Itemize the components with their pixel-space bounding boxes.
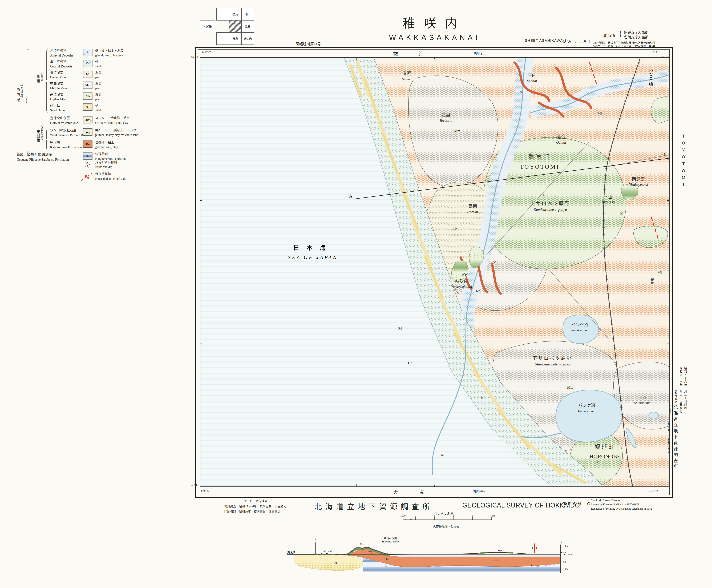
index-cell-numakawa: 沼川 (245, 13, 251, 16)
svg-text:Wp: Wp (498, 549, 502, 552)
svg-text:Hv: Hv (360, 543, 364, 546)
svg-text:0: 0 (415, 515, 416, 517)
legend-desc-mm: 泥炭peat (95, 81, 102, 90)
edge-label-north-jp: 抜海 (372, 50, 445, 57)
era-recent-jp: 現世 (36, 75, 41, 84)
sheet-number-en: SHEET ASAHIKAWA-14 (525, 39, 569, 43)
credits-jp-block: 所 長 酒匂純俊 地質調査 昭和45～46年 技術吏員 三谷勝利 印刷校訂 昭和… (224, 499, 286, 514)
svg-text:幌延町: 幌延町 (595, 444, 616, 450)
svg-text:豊富町: 豊富町 (528, 153, 551, 160)
legend-item-mh: 高位泥炭Higher Moor (50, 92, 67, 102)
era-quaternary-jp: 第四紀 (15, 88, 21, 103)
bracket-pleistocene (46, 129, 49, 151)
svg-text:Ml: Ml (598, 111, 602, 115)
colophon-printed-date: 昭和五十六年三月二十日印刷 (683, 367, 687, 410)
legend-swatch-sa: Sa (83, 152, 92, 160)
svg-text:庄内: 庄内 (527, 73, 536, 78)
colophon-publisher-label: 印刷兼発行者 (674, 390, 677, 406)
svg-text:Al: Al (441, 453, 444, 457)
svg-text:100m: 100m (563, 545, 569, 547)
current-sheet-cell (229, 20, 241, 33)
legend-swatch-kn: Kn (83, 141, 92, 148)
svg-text:Shōnai: Shōnai (527, 79, 537, 83)
sea-label-en: SEA OF JAPAN (288, 254, 338, 260)
index-cell-bakkai: 抜海 (232, 13, 238, 16)
svg-text:Wp: Wp (461, 272, 467, 276)
svg-text:Mm: Mm (493, 260, 499, 264)
legend-desc-kn: 含礫砂・粘土glavery sand, clay (95, 140, 118, 149)
legend-swatch-al: Al (83, 49, 92, 56)
xs-river-jp: サロベツ川 (384, 537, 397, 540)
legend-swatch-hv: Hv (83, 116, 92, 123)
xs-unit-al (390, 554, 561, 556)
xs-b-label: B (560, 540, 562, 544)
svg-text:豊里: 豊里 (441, 112, 450, 118)
svg-text:Kamisarobetsu-genya: Kamisarobetsu-genya (533, 207, 567, 212)
legend-desc-mh: 泥炭peat (95, 92, 102, 102)
prefecture-label: 北海道 (603, 32, 615, 38)
page-title-romaji: WAKKASAKANAI (379, 34, 490, 42)
svg-text:Kn: Kn (86, 143, 90, 146)
edge-label-east-en: TOYOTOMI (681, 134, 686, 190)
svg-text:Ml: Ml (657, 271, 662, 275)
svg-text:4km: 4km (490, 515, 495, 517)
legend-desc-sa: 含礫砂岩conglomeratic sandstone (95, 152, 126, 161)
geologic-map-canvas: A B 清明Seimei 庄内Shōnai 豊里Toyosato 落合Ochia… (200, 57, 669, 487)
svg-text:稚咲内: 稚咲内 (455, 279, 468, 284)
svg-text:Sa: Sa (531, 564, 533, 567)
svg-text:Yt: Yt (334, 561, 337, 564)
district-2: 留萌支庁天塩郡 (624, 35, 648, 40)
strike-dip-icon: 10 (83, 161, 93, 169)
svg-text:Sa: Sa (385, 565, 387, 568)
svg-text:1: 1 (434, 515, 435, 517)
svg-text:ペンケ沼: ペンケ沼 (571, 322, 588, 327)
svg-text:3: 3 (472, 515, 473, 517)
svg-text:西豊富: 西豊富 (632, 177, 645, 182)
xs-axis-labels: 100m 50 Sea level 50 100m (563, 545, 573, 571)
svg-text:Wakkasakanai: Wakkasakanai (451, 285, 472, 289)
svg-text:Sd・Cd: Sd・Cd (323, 550, 332, 553)
index-cell-onobunai: 雄信内 (243, 37, 252, 40)
era-quaternary-en: Quaternary (20, 83, 24, 98)
svg-text:Hv: Hv (453, 226, 458, 230)
district-brace: { (619, 29, 622, 38)
svg-text:Mm: Mm (454, 129, 460, 133)
svg-text:Hv: Hv (86, 118, 90, 122)
legend-desc-wp: 軽石・ローム質粘土・火山砂pumice, loamy clay, volcani… (95, 128, 138, 138)
legend-item-hv: 豊徳火山灰層Hōtoku Volcanic Ash (50, 116, 78, 125)
svg-text:Maruyama: Maruyama (601, 200, 616, 204)
edge-code-north: (旭川-8) (473, 51, 483, 56)
era-recent-en: Recent (41, 73, 44, 81)
credits-en-block: Sumitoshi Sakoh, Director Survey by Kats… (591, 498, 652, 511)
section-point-b: B (662, 152, 665, 157)
svg-text:Wp: Wp (86, 130, 90, 134)
legend-swatch-sd: Sd (83, 103, 92, 111)
era-pleistocene-en: Pleistocene (41, 126, 44, 140)
legend-desc-anticline: 伏在背斜軸concealed anticlinal axis (95, 172, 126, 181)
coord-bottom-left-lat: 45°0′ (191, 483, 197, 487)
svg-text:Kn: Kn (476, 289, 480, 293)
legend-swatch-mm: Mm (83, 82, 92, 89)
credit-director: 所 長 酒匂純俊 (224, 499, 286, 504)
svg-text:50: 50 (563, 561, 566, 563)
svg-text:Mm: Mm (567, 385, 573, 390)
svg-text:Mh: Mh (542, 193, 547, 197)
lake-panke-numa (556, 390, 622, 442)
svg-text:Cd: Cd (408, 361, 412, 365)
legend-desc-sd: 砂sand (95, 103, 101, 112)
legend-swatch-cd: Cd (83, 60, 92, 67)
sheet-number-jp: 図幅旭川第14号 (296, 41, 321, 46)
svg-text:Shimonuma: Shimonuma (634, 401, 650, 405)
legend-item-al: 沖積堆積物Alluvial Deposits (50, 48, 73, 58)
edge-label-south-jp: 天塩 (372, 488, 445, 495)
credit-en-survey: Survey by Katsutoshi Mitani in 1970~1971 (591, 502, 652, 507)
legend-item-sa: 新第三紀-鮮新世-更別層Neogene Pliocene Sarabetsu F… (17, 152, 69, 162)
railway-label: 宗谷本線 (648, 69, 653, 86)
bracket-recent (46, 49, 49, 113)
svg-text:清明: 清明 (402, 71, 411, 76)
svg-text:下沼: 下沼 (638, 396, 646, 400)
svg-text:Cd: Cd (86, 62, 89, 65)
section-point-a: A (349, 193, 352, 198)
legend-item-cd: 海浜堆積物Coastal Deposits (50, 59, 72, 69)
svg-text:Hōtoku: Hōtoku (467, 210, 478, 214)
